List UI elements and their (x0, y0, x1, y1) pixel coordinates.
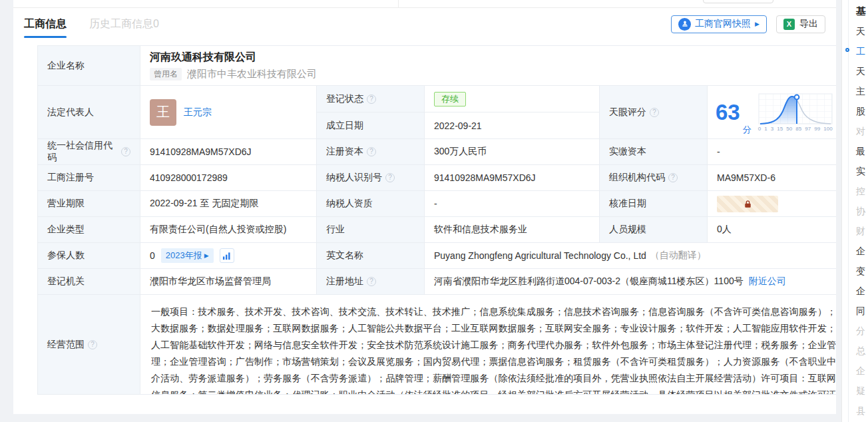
label-staff-size: 人员规模 (600, 217, 708, 243)
sidebar-item-5[interactable]: 股 (842, 103, 868, 120)
score-unit: 分 (743, 124, 752, 136)
sidebar-item-14[interactable]: 企 (842, 282, 868, 300)
sidebar-item-19[interactable]: 疑 (842, 382, 868, 399)
value-company-type: 有限责任公司(自然人投资或控股) (140, 217, 317, 243)
value-business-scope: 一般项目：技术服务、技术开发、技术咨询、技术交流、技术转让、技术推广；信息系统集… (140, 295, 847, 395)
english-name-text: Puyang Zhongfeng Agricultural Technology… (434, 250, 646, 261)
help-icon[interactable]: ? (367, 95, 376, 104)
value-org-code: MA9M57XD-6 (708, 165, 847, 191)
label-taxpayer-quality: 纳税人资质 (317, 191, 425, 217)
sidebar-item-20[interactable]: 县 (842, 402, 868, 419)
export-label: 导出 (799, 18, 818, 30)
former-name-tag: 曾用名 (150, 68, 182, 81)
sidebar-item-4[interactable]: 主 (842, 83, 868, 100)
annual-report-badge[interactable]: 2023年报 ▶ (161, 248, 214, 263)
sidebar-item-6[interactable]: 对 (842, 122, 868, 140)
label-reg-address: 注册地址? (317, 269, 425, 295)
excel-icon: X (783, 19, 795, 30)
snapshot-label: 工商官网快照 (695, 18, 751, 30)
auto-translate-note: （自动翻译） (650, 250, 706, 262)
axis-tick-label: 50 (786, 126, 792, 132)
value-staff-size: 0人 (708, 217, 847, 243)
nearby-companies-link[interactable]: 附近公司 (749, 276, 786, 288)
help-icon[interactable]: ? (650, 108, 659, 117)
score-distribution-chart[interactable]: 0131550859799100 (758, 93, 833, 132)
status-badge: 存续 (434, 92, 466, 106)
locked-value[interactable] (717, 196, 778, 212)
sidebar-item-8[interactable]: 实 (842, 162, 868, 180)
company-name-text: 河南玖通科技有限公司 (150, 51, 256, 65)
help-icon[interactable]: ? (385, 173, 395, 182)
sidebar-item-9[interactable]: 控 (842, 182, 868, 200)
layout-gutter (836, 0, 841, 422)
insured-trend-chart-button[interactable] (220, 248, 234, 263)
label-reg-status: 登记状态? (317, 86, 425, 112)
value-reg-authority: 濮阳市华龙区市场监督管理局 (140, 269, 317, 295)
value-insured-count: 0 2023年报 ▶ (140, 243, 317, 269)
label-tianyan-score: 天眼评分? (600, 86, 708, 139)
value-reg-address: 河南省濮阳市华龙区胜利路街道004-07-003-2（银座商城11楼东区）110… (425, 269, 847, 295)
help-icon[interactable]: ? (668, 173, 678, 182)
axis-tick-label: 85 (795, 126, 801, 132)
sidebar-item-3[interactable]: 天 (842, 63, 868, 80)
label-reg-capital: 注册资本? (317, 139, 425, 165)
export-button[interactable]: X 导出 (776, 15, 825, 33)
sidebar-item-13[interactable]: 变 (842, 262, 868, 280)
main-card: 工商信息 历史工商信息0 工商官网快照 ▶ X 导出 企业名称 (13, 0, 836, 414)
axis-tick-label: 97 (805, 126, 811, 132)
sidebar-item-1[interactable]: 天 (842, 23, 868, 40)
help-icon[interactable]: ? (367, 277, 376, 286)
sidebar-item-11[interactable]: 财 (842, 222, 868, 240)
label-paid-capital: 实缴资本 (600, 139, 708, 165)
value-legal-rep: 王 王元宗 (140, 86, 317, 139)
axis-tick-label: 1 (764, 126, 767, 132)
stamp-icon (678, 18, 691, 31)
business-info-table: 企业名称 河南玖通科技有限公司 曾用名 濮阳市中丰农业科技有限公司 法定代表人 … (37, 45, 847, 395)
top-divider (13, 7, 836, 8)
axis-tick-label: 3 (771, 126, 773, 132)
value-paid-capital: - (708, 139, 847, 165)
label-reg-authority: 登记机关 (38, 269, 140, 295)
sidebar-item-16[interactable]: 分 (842, 322, 868, 339)
value-industry: 软件和信息技术服务业 (425, 217, 600, 243)
value-business-term: 2022-09-21 至 无固定期限 (140, 191, 317, 217)
sidebar-item-7[interactable]: 最 (842, 142, 868, 160)
value-company-name: 河南玖通科技有限公司 曾用名 濮阳市中丰农业科技有限公司 (140, 46, 847, 86)
value-reg-number: 410928000172989 (140, 165, 317, 191)
sidebar-item-0[interactable]: 基 (842, 3, 868, 20)
value-english-name: Puyang Zhongfeng Agricultural Technology… (425, 243, 847, 269)
legal-rep-link[interactable]: 王元宗 (184, 106, 212, 118)
partial-box-above (703, 0, 773, 3)
label-credit-code: 统一社会信用代码? (38, 139, 140, 165)
axis-tick-label: 99 (814, 126, 820, 132)
score-chart-axis: 0131550859799100 (758, 126, 833, 132)
sidebar-item-18[interactable]: 企 (842, 362, 868, 379)
tab-business-info[interactable]: 工商信息 (24, 9, 67, 39)
sidebar-item-12[interactable]: 企 (842, 242, 868, 260)
sidebar-item-2[interactable]: 工 (842, 43, 868, 60)
value-taxpayer-id: 91410928MA9M57XD6J (425, 165, 600, 191)
label-business-scope: 经营范围? (38, 295, 140, 395)
snapshot-arrow-icon: ▶ (755, 21, 760, 27)
sidebar-item-15[interactable]: 同 (842, 302, 868, 319)
tabbar: 工商信息 历史工商信息0 工商官网快照 ▶ X 导出 (24, 9, 825, 39)
official-snapshot-button[interactable]: 工商官网快照 ▶ (671, 15, 767, 33)
label-legal-rep: 法定代表人 (38, 86, 140, 139)
sidebar-item-17[interactable]: 总 (842, 342, 868, 359)
help-icon[interactable]: ? (88, 340, 97, 349)
badge-arrow-icon: ▶ (204, 252, 209, 259)
value-reg-status: 存续 (425, 86, 600, 112)
value-approve-date (708, 191, 847, 217)
help-icon[interactable]: ? (121, 147, 130, 156)
value-credit-code: 91410928MA9M57XD6J (140, 139, 317, 165)
active-anchor-dot (845, 48, 849, 52)
label-reg-number: 工商注册号 (38, 165, 140, 191)
label-industry: 行业 (317, 217, 425, 243)
help-icon[interactable]: ? (367, 147, 376, 156)
value-establish-date: 2022-09-21 (425, 112, 600, 139)
sidebar-item-10[interactable]: 协 (842, 202, 868, 220)
value-reg-capital: 300万人民币 (425, 139, 600, 165)
label-org-code: 组织机构代码? (600, 165, 708, 191)
anchor-sidebar: 基天工天主股对最实控协财企变企同分总企疑县 (841, 0, 868, 422)
tab-history-business-info[interactable]: 历史工商信息0 (89, 9, 159, 39)
